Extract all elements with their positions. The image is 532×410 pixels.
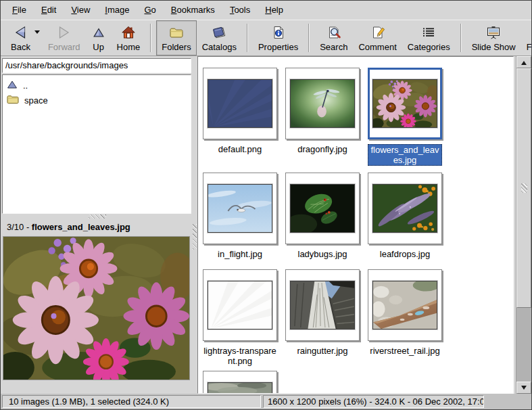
current-filename: flowers_and_leaves.jpg	[32, 222, 130, 232]
search-button[interactable]: Search	[314, 20, 353, 55]
scrollbar-grip	[521, 183, 527, 193]
splitter-grip	[89, 214, 106, 219]
forward-arrow-icon	[55, 24, 73, 41]
gthumb-window: File Edit View Image Go Bookmarks Tools …	[0, 0, 532, 410]
thumbnail-default[interactable]: default.png	[203, 68, 277, 173]
image-preview[interactable]	[3, 236, 190, 380]
statusbar-file-summary: 10 images (1.9 MB), 1 selected (324.0 K)	[2, 395, 261, 408]
comment-button[interactable]: Comment	[353, 20, 402, 55]
back-arrow-icon	[11, 24, 29, 41]
scrollbar-track[interactable]	[516, 68, 531, 382]
folder-item-up[interactable]: ..	[4, 78, 189, 93]
thumbnail-partial[interactable]	[203, 371, 277, 394]
thumbnail-lightrays-transparent[interactable]: lightrays-transparent.png	[203, 269, 277, 371]
statusbar-image-info: 1600 x 1200 pixels (16%) - 324.0 K - 06 …	[263, 395, 484, 408]
arrow-down-icon	[521, 386, 527, 392]
thumbnail-ladybugs[interactable]: ladybugs.jpg	[285, 173, 360, 269]
slide-show-button[interactable]: Slide Show	[466, 20, 521, 55]
toolbar-separator	[460, 24, 462, 52]
folder-tree[interactable]: .. space	[2, 74, 191, 214]
search-icon	[326, 24, 342, 41]
horizontal-splitter[interactable]	[2, 214, 192, 219]
chevron-down-icon	[34, 30, 40, 37]
toolbar-separator	[308, 24, 310, 52]
menu-file[interactable]: File	[5, 1, 34, 20]
browser-status-line: 3/10 - flowers_and_leaves.jpg	[2, 219, 192, 235]
menu-bookmarks[interactable]: Bookmarks	[164, 1, 222, 20]
back-dropdown-button[interactable]	[33, 29, 41, 38]
location-input[interactable]: /usr/share/backgrounds/images	[2, 58, 191, 73]
vertical-scrollbar[interactable]	[516, 56, 531, 394]
menu-view[interactable]: View	[64, 1, 97, 20]
image-position: 3/10 -	[7, 222, 32, 232]
splitter-grip	[193, 224, 197, 250]
full-screen-button[interactable]: Full Screen	[521, 20, 532, 55]
info-document-icon	[270, 24, 287, 41]
home-icon	[120, 24, 137, 41]
menu-image[interactable]: Image	[97, 1, 137, 20]
thumbnail-grid: default.png	[198, 57, 513, 393]
left-panel: /usr/share/backgrounds/images .. space	[1, 56, 192, 394]
thumbnail-in-flight[interactable]: in_flight.jpg	[203, 173, 277, 269]
folder-icon	[7, 95, 19, 106]
scrollbar-thumb[interactable]	[516, 68, 531, 308]
folder-item-space[interactable]: space	[4, 93, 189, 108]
scroll-down-button[interactable]	[516, 382, 531, 394]
properties-button[interactable]: Properties	[253, 20, 304, 55]
menu-go[interactable]: Go	[137, 1, 163, 20]
forward-button[interactable]: Forward	[43, 20, 86, 55]
folders-button[interactable]: Folders	[156, 20, 196, 55]
toolbar: Back Forward Up Home	[1, 20, 531, 56]
thumbnail-raingutter[interactable]: raingutter.jpg	[285, 269, 360, 371]
scroll-up-button[interactable]	[516, 56, 531, 68]
thumbnail-dragonfly[interactable]: dragonfly.jpg	[285, 68, 360, 173]
toolbar-separator	[247, 24, 248, 52]
thumbnail-pane: default.png	[197, 56, 514, 394]
vertical-splitter[interactable]	[192, 56, 197, 394]
statusbar-filler	[486, 395, 530, 408]
menu-help[interactable]: Help	[258, 1, 291, 20]
back-button[interactable]: Back	[5, 20, 36, 55]
content-area: /usr/share/backgrounds/images .. space	[1, 56, 531, 394]
up-button[interactable]: Up	[86, 20, 112, 55]
catalogs-button[interactable]: Catalogs	[197, 20, 242, 55]
comment-pencil-icon	[370, 24, 386, 41]
home-button[interactable]: Home	[112, 20, 146, 55]
arrow-up-icon	[521, 58, 527, 65]
menubar: File Edit View Image Go Bookmarks Tools …	[1, 1, 531, 20]
thumbnail-riverstreet-rail[interactable]: riverstreet_rail.jpg	[368, 269, 442, 371]
categories-button[interactable]: Categories	[402, 20, 456, 55]
menu-tools[interactable]: Tools	[222, 1, 258, 20]
statusbar: 10 images (1.9 MB), 1 selected (324.0 K)…	[1, 394, 531, 409]
folder-icon	[168, 24, 185, 41]
thumbnail-leafdrops[interactable]: leafdrops.jpg	[368, 173, 442, 269]
book-icon	[211, 24, 227, 41]
thumbnail-flowers-and-leaves[interactable]: flowers_and_leaves.jpg	[368, 68, 442, 173]
up-folder-icon	[7, 80, 18, 91]
menu-edit[interactable]: Edit	[34, 1, 64, 20]
list-icon	[420, 24, 437, 41]
up-arrow-icon	[91, 24, 106, 41]
slideshow-screen-icon	[485, 24, 502, 41]
toolbar-separator	[150, 24, 151, 52]
